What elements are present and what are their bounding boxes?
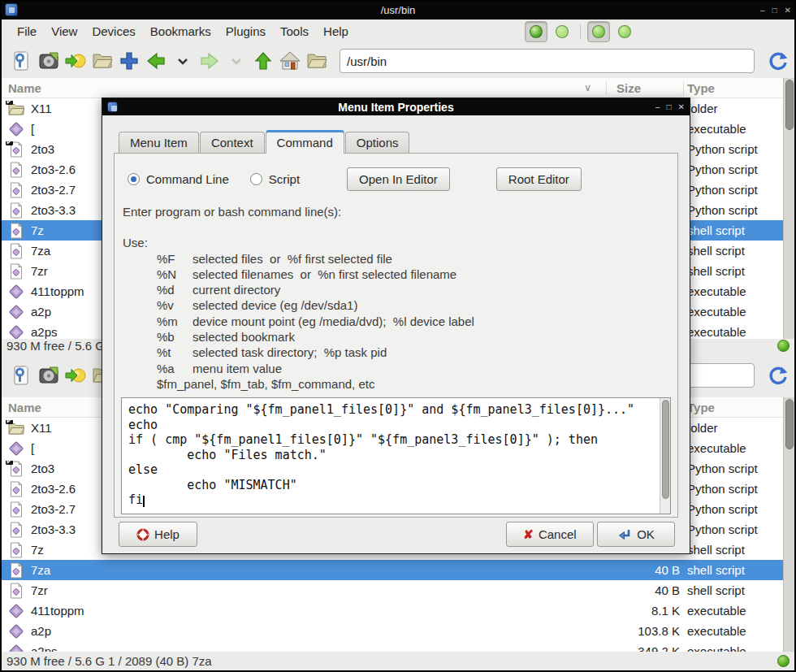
scrollbar-panel2[interactable] [783,397,794,652]
file-name: 2to3-3.3 [31,522,76,536]
file-row[interactable]: a2ps349.2 Kexecutable [2,641,794,652]
code-line: echo "Files match." [128,448,654,463]
script-radio-label[interactable]: Script [269,172,300,186]
scrollbar-thumb[interactable] [785,399,794,449]
script-radio[interactable] [250,173,262,185]
file-name: X11 [31,421,52,435]
jump-icon[interactable] [65,365,86,386]
devices-icon[interactable] [38,365,59,386]
open-in-editor-button[interactable]: Open In Editor [347,167,450,191]
devices-icon[interactable] [38,50,59,72]
config-icon[interactable] [11,50,32,72]
file-name: 411toppm [31,284,84,298]
menu-file[interactable]: File [10,21,44,41]
column-type[interactable]: Type [684,401,794,414]
file-name: 7za [31,244,50,258]
panel-dot-icon [618,25,631,38]
diamond-icon [8,284,24,300]
command-tab-panel: Command Line Script Open In Editor Root … [114,153,678,518]
code-line: else [128,462,654,478]
menu-devices[interactable]: Devices [84,21,142,41]
panel-3-toggle[interactable] [587,21,610,42]
file-size: 349.2 K [607,644,684,652]
command-line-radio[interactable] [128,173,140,185]
file-name: 7z [31,223,44,237]
panel-4-toggle[interactable] [613,21,636,42]
folder-icon[interactable] [306,50,327,72]
close-icon[interactable]: ✕ [785,6,791,15]
forward-menu-icon[interactable] [226,50,247,72]
help-vars-footer: $fm_panel, $fm_tab, $fm_command, etc [157,376,474,392]
dialog-titlebar: Menu Item Properties – □ ✕ [102,98,690,115]
status-text-panel2: 930 M free / 5.6 G 1 / 2089 (40 B) 7za [6,654,212,668]
new-tab-icon[interactable] [119,50,140,72]
ok-button[interactable]: OK [597,522,675,547]
window-title: /usr/bin [0,4,796,16]
back-icon[interactable] [145,50,167,72]
dialog-close-icon[interactable]: ✕ [678,102,685,111]
file-row[interactable]: 7za40 Bshell script [2,560,794,580]
panel-2-toggle[interactable] [551,21,573,42]
panel2-status-dot-icon [777,655,790,667]
file-type: Python script [684,142,794,156]
column-size[interactable]: Size [607,81,684,95]
command-editor[interactable]: echo "Comparing "${fm_panel1_files[0]}" … [121,397,671,514]
jump-icon[interactable] [65,50,86,72]
script-icon [8,243,24,259]
path-input[interactable]: /usr/bin [340,49,755,73]
root-editor-button[interactable]: Root Editor [496,167,582,191]
tab-menu-item[interactable]: Menu Item [119,132,199,153]
dialog-maximize-icon[interactable]: □ [667,102,672,111]
menu-view[interactable]: View [44,21,84,41]
home-icon[interactable] [279,50,301,72]
panel-dot-icon [592,25,605,38]
file-type: Python script [684,462,794,475]
sort-indicator-icon: ∨ [584,82,591,93]
cancel-x-icon: ✘ [523,527,534,542]
cancel-button[interactable]: ✘ Cancel [506,522,594,547]
file-name: a2ps [31,325,58,339]
status-text-panel1: 930 M free / 5.6 G [6,339,105,353]
dialog-minimize-icon[interactable]: – [655,102,660,111]
help-var-row: %amenu item value [123,361,474,376]
scrollbar-thumb[interactable] [785,80,794,130]
file-name: [ [31,122,34,136]
column-name[interactable]: Name ∨ [2,81,607,95]
up-icon[interactable] [253,50,274,72]
column-type[interactable]: Type [684,81,794,95]
diamond-icon [8,623,24,639]
tab-command[interactable]: Command [266,130,344,154]
menu-help[interactable]: Help [316,21,356,41]
file-type: folder [684,102,794,115]
editor-scrollbar[interactable] [660,398,670,514]
editor-scrollbar-thumb[interactable] [662,400,669,499]
maximize-icon[interactable]: □ [772,6,777,15]
refresh-icon[interactable] [768,50,789,72]
scrollbar-panel1[interactable] [783,78,794,339]
dialog-tabs: Menu ItemContextCommandOptions [119,130,410,153]
command-line-radio-label[interactable]: Command Line [146,172,229,186]
panel-buttons-separator [580,24,581,39]
file-row[interactable]: 7zr40 Bshell script [2,580,794,600]
help-button[interactable]: Help [119,522,197,547]
minimize-icon[interactable]: – [760,6,765,15]
menu-bookmarks[interactable]: Bookmarks [143,21,218,41]
main-window: /usr/bin – □ ✕ FileViewDevicesBookmarksP… [0,0,796,672]
back-menu-icon[interactable] [172,50,193,72]
file-size: 103.8 K [607,624,684,638]
tab-context[interactable]: Context [200,132,265,153]
refresh-icon[interactable] [768,365,789,386]
tab-options[interactable]: Options [345,132,410,153]
menu-plugins[interactable]: Plugins [218,21,273,41]
file-type: Python script [684,163,794,176]
file-type: shell script [684,563,794,577]
panel-1-toggle[interactable] [525,21,547,42]
config-icon[interactable] [11,365,32,386]
open-folder-icon[interactable] [92,50,113,72]
forward-icon[interactable] [199,50,220,72]
menu-tools[interactable]: Tools [273,21,316,41]
script-icon [8,202,24,219]
file-row[interactable]: 411toppm8.1 Kexecutable [2,600,794,621]
file-row[interactable]: a2p103.8 Kexecutable [2,621,794,641]
dialog-title: Menu Item Properties [102,101,690,114]
